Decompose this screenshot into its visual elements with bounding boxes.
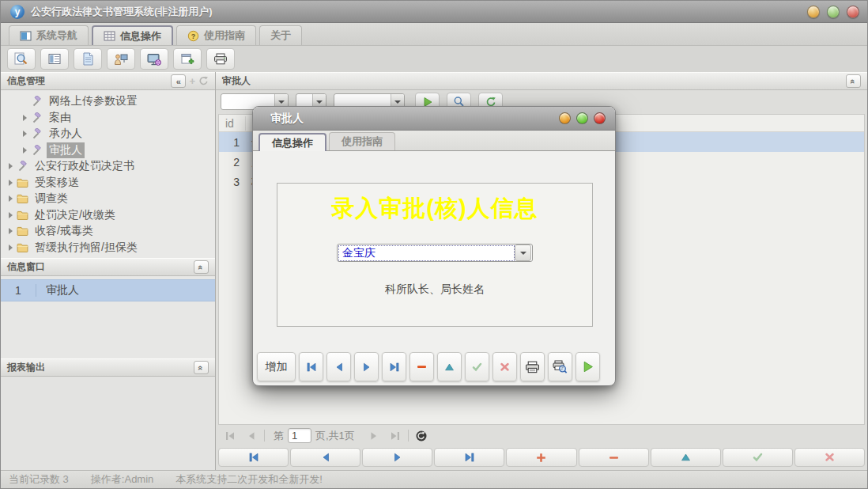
tab-info-operation[interactable]: 信息操作 (92, 25, 173, 45)
folder-icon (17, 177, 28, 188)
window-add-button[interactable] (173, 48, 202, 70)
printer-icon (525, 361, 540, 373)
tree-label: 审批人 (47, 142, 85, 158)
window-add-icon (181, 53, 194, 66)
report-list-button[interactable] (40, 48, 69, 70)
page-prefix-label: 第 (274, 429, 284, 443)
chevron-down-icon[interactable] (515, 244, 531, 261)
edit-record-button[interactable] (437, 352, 462, 381)
approver-name-dropdown[interactable]: 金宝庆 (337, 244, 533, 262)
info-operation-icon (104, 31, 115, 41)
nav-next-button[interactable] (362, 448, 432, 467)
operator-board-icon (114, 53, 128, 66)
cell-id: 3 (219, 176, 245, 188)
minimize-button[interactable] (807, 6, 820, 18)
system-nav-icon (20, 31, 32, 41)
sidebar-refresh-icon[interactable] (198, 76, 209, 86)
sidebar-add-icon[interactable]: + (189, 75, 195, 87)
check-icon (472, 362, 482, 372)
info-window-collapse-button[interactable]: « (194, 260, 209, 274)
nav-cancel-button[interactable] (794, 448, 865, 467)
reload-grid-button[interactable] (413, 427, 430, 445)
first-record-button[interactable] (299, 352, 323, 381)
dialog-tab-info-operation[interactable]: 信息操作 (259, 133, 326, 151)
expand-arrow-icon[interactable] (9, 163, 13, 169)
prev-page-button[interactable] (243, 427, 260, 445)
tree-item-approver[interactable]: 审批人 (1, 142, 215, 159)
last-record-icon (389, 362, 400, 372)
tree-item-case-reason[interactable]: 案由 (1, 110, 215, 127)
expand-arrow-icon[interactable] (23, 115, 27, 121)
nav-post-button[interactable] (723, 448, 793, 467)
expand-arrow-icon[interactable] (9, 212, 13, 218)
document-button[interactable] (74, 48, 102, 70)
tree-item-investigation[interactable]: 调查类 (1, 191, 215, 207)
dialog-close-button[interactable] (594, 112, 606, 124)
tree-item-handler[interactable]: 承办人 (1, 126, 215, 142)
tree-item-penalty-collection[interactable]: 处罚决定/收缴类 (1, 207, 215, 224)
printer-icon (213, 53, 228, 65)
tree-label: 公安行政处罚决定书 (32, 158, 137, 174)
nav-first-button[interactable] (218, 448, 289, 467)
dialog-button-row: 增加 (257, 352, 611, 381)
search-document-button[interactable] (7, 48, 36, 70)
maximize-button[interactable] (827, 6, 840, 18)
window-title: 公安行政法律文书管理系统(非注册用户) (31, 5, 213, 19)
monitor-globe-button[interactable] (140, 48, 168, 70)
dialog-minimize-button[interactable] (559, 112, 571, 124)
cancel-record-button[interactable] (492, 352, 517, 381)
next-page-button[interactable] (365, 427, 383, 445)
tab-system-nav[interactable]: 系统导航 (9, 25, 89, 45)
printer-button[interactable] (206, 48, 235, 70)
tree-item-case-transfer[interactable]: 受案移送 (1, 175, 215, 191)
operator-board-button[interactable] (107, 48, 135, 70)
sidebar-collapse-button[interactable]: « (171, 74, 186, 88)
tree-item-network-upload-settings[interactable]: 网络上传参数设置 (1, 93, 215, 110)
execute-button[interactable] (576, 352, 600, 381)
nav-prev-button[interactable] (290, 448, 360, 467)
add-record-button[interactable]: 增加 (257, 352, 296, 381)
column-header-id[interactable]: id (219, 117, 245, 130)
post-record-button[interactable] (465, 352, 489, 381)
main-toolbar (1, 46, 868, 72)
prev-record-button[interactable] (326, 352, 351, 381)
nav-insert-button[interactable] (506, 448, 576, 467)
info-window-row-approver[interactable]: 1 审批人 (1, 279, 215, 301)
expand-arrow-icon[interactable] (9, 180, 13, 186)
expand-arrow-icon[interactable] (23, 131, 27, 137)
expand-arrow-icon[interactable] (23, 147, 27, 154)
print-preview-icon (553, 360, 568, 373)
expand-arrow-icon[interactable] (9, 195, 13, 202)
print-preview-button[interactable] (548, 352, 572, 381)
close-button[interactable] (847, 6, 859, 18)
document-icon (82, 52, 94, 66)
first-page-button[interactable] (221, 427, 239, 445)
tree-item-detention-rehab[interactable]: 收容/戒毒类 (1, 223, 215, 240)
next-record-button[interactable] (354, 352, 379, 381)
print-button[interactable] (520, 352, 545, 381)
report-output-collapse-button[interactable]: « (194, 361, 209, 374)
tab-about[interactable]: 关于 (259, 25, 302, 45)
dialog-maximize-button[interactable] (576, 112, 588, 124)
delete-record-button[interactable] (409, 352, 434, 381)
folder-icon (17, 242, 28, 253)
last-page-button[interactable] (387, 427, 404, 445)
main-panel-collapse-button[interactable]: « (846, 74, 861, 88)
last-record-button[interactable] (382, 352, 406, 381)
nav-delete-button[interactable] (579, 448, 649, 467)
tab-user-guide[interactable]: ? 使用指南 (176, 25, 256, 45)
report-list-icon (48, 53, 62, 65)
nav-last-button[interactable] (434, 448, 504, 467)
folder-icon (17, 210, 28, 221)
tree-item-deferred-detention[interactable]: 暂缓执行拘留/担保类 (1, 240, 215, 256)
expand-arrow-icon[interactable] (9, 228, 13, 234)
gavel-icon (31, 96, 43, 107)
folder-icon (17, 193, 28, 204)
nav-edit-button[interactable] (651, 448, 721, 467)
page-number-input[interactable] (288, 428, 311, 443)
dialog-title-bar[interactable]: 审批人 (253, 107, 615, 131)
expand-arrow-icon[interactable] (9, 244, 13, 251)
tree-label: 受案移送 (32, 175, 81, 191)
tree-item-penalty-decision-doc[interactable]: 公安行政处罚决定书 (1, 158, 215, 175)
dialog-tab-user-guide[interactable]: 使用指南 (329, 132, 395, 150)
